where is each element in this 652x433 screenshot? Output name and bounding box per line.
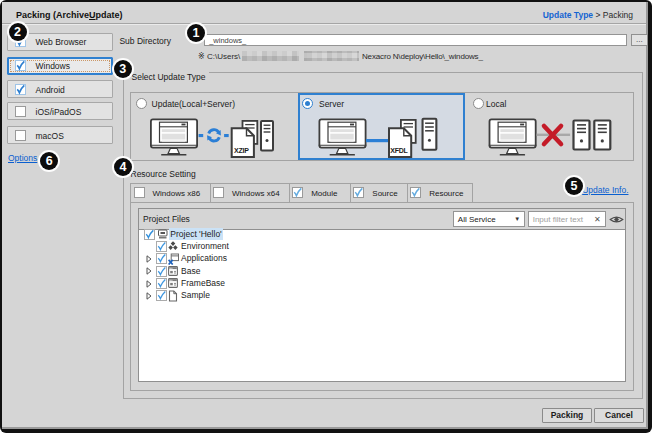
svg-text:XFDL: XFDL bbox=[390, 146, 408, 153]
svg-text:XZIP: XZIP bbox=[234, 146, 249, 153]
